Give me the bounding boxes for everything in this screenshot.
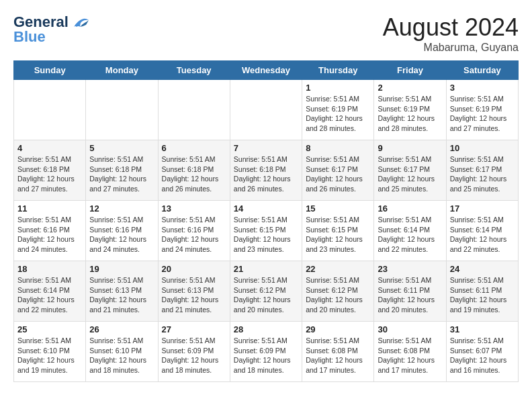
calendar-cell: 2Sunrise: 5:51 AM Sunset: 6:19 PM Daylig… — [374, 80, 446, 140]
header-thursday: Thursday — [302, 61, 374, 80]
calendar-cell: 12Sunrise: 5:51 AM Sunset: 6:16 PM Dayli… — [86, 201, 158, 261]
calendar-cell: 23Sunrise: 5:51 AM Sunset: 6:11 PM Dayli… — [374, 261, 446, 322]
week-row-1: 1Sunrise: 5:51 AM Sunset: 6:19 PM Daylig… — [14, 80, 519, 140]
page-header: General Blue August 2024 Mabaruma, Guyan… — [13, 13, 519, 54]
calendar-cell: 14Sunrise: 5:51 AM Sunset: 6:15 PM Dayli… — [230, 201, 302, 261]
week-row-3: 11Sunrise: 5:51 AM Sunset: 6:16 PM Dayli… — [14, 201, 519, 261]
calendar-cell: 21Sunrise: 5:51 AM Sunset: 6:12 PM Dayli… — [230, 261, 302, 322]
day-number: 21 — [234, 264, 298, 274]
calendar-cell: 28Sunrise: 5:51 AM Sunset: 6:09 PM Dayli… — [230, 322, 302, 382]
week-row-5: 25Sunrise: 5:51 AM Sunset: 6:10 PM Dayli… — [14, 322, 519, 382]
day-number: 9 — [378, 143, 442, 153]
day-number: 14 — [234, 203, 298, 214]
day-number: 19 — [89, 264, 154, 274]
calendar-cell: 3Sunrise: 5:51 AM Sunset: 6:19 PM Daylig… — [446, 80, 518, 140]
day-info: Sunrise: 5:51 AM Sunset: 6:15 PM Dayligh… — [234, 215, 298, 255]
week-row-2: 4Sunrise: 5:51 AM Sunset: 6:18 PM Daylig… — [14, 140, 519, 201]
calendar-cell: 5Sunrise: 5:51 AM Sunset: 6:18 PM Daylig… — [86, 140, 158, 201]
day-number: 2 — [378, 83, 442, 93]
day-number: 31 — [450, 324, 515, 334]
day-info: Sunrise: 5:51 AM Sunset: 6:14 PM Dayligh… — [17, 275, 82, 315]
calendar-table: SundayMondayTuesdayWednesdayThursdayFrid… — [13, 60, 519, 382]
location-subtitle: Mabaruma, Guyana — [383, 42, 519, 54]
calendar-cell: 10Sunrise: 5:51 AM Sunset: 6:17 PM Dayli… — [446, 140, 518, 201]
calendar-cell: 26Sunrise: 5:51 AM Sunset: 6:10 PM Dayli… — [86, 322, 158, 382]
day-number: 28 — [234, 324, 298, 334]
day-number: 17 — [450, 203, 515, 214]
day-number: 7 — [234, 143, 298, 153]
calendar-cell: 8Sunrise: 5:51 AM Sunset: 6:17 PM Daylig… — [302, 140, 374, 201]
day-number: 30 — [378, 324, 442, 334]
calendar-cell: 4Sunrise: 5:51 AM Sunset: 6:18 PM Daylig… — [14, 140, 86, 201]
day-info: Sunrise: 5:51 AM Sunset: 6:14 PM Dayligh… — [450, 215, 515, 255]
day-info: Sunrise: 5:51 AM Sunset: 6:09 PM Dayligh… — [162, 336, 226, 375]
day-info: Sunrise: 5:51 AM Sunset: 6:07 PM Dayligh… — [450, 336, 515, 375]
day-info: Sunrise: 5:51 AM Sunset: 6:13 PM Dayligh… — [162, 275, 226, 315]
calendar-cell: 15Sunrise: 5:51 AM Sunset: 6:15 PM Dayli… — [302, 201, 374, 261]
day-info: Sunrise: 5:51 AM Sunset: 6:16 PM Dayligh… — [162, 215, 226, 255]
calendar-cell: 7Sunrise: 5:51 AM Sunset: 6:18 PM Daylig… — [230, 140, 302, 201]
calendar-cell: 30Sunrise: 5:51 AM Sunset: 6:08 PM Dayli… — [374, 322, 446, 382]
calendar-cell: 17Sunrise: 5:51 AM Sunset: 6:14 PM Dayli… — [446, 201, 518, 261]
title-block: August 2024 Mabaruma, Guyana — [383, 13, 519, 54]
calendar-cell: 19Sunrise: 5:51 AM Sunset: 6:13 PM Dayli… — [86, 261, 158, 322]
day-number: 25 — [17, 324, 82, 334]
day-info: Sunrise: 5:51 AM Sunset: 6:08 PM Dayligh… — [306, 336, 370, 375]
day-info: Sunrise: 5:51 AM Sunset: 6:19 PM Dayligh… — [450, 94, 515, 134]
header-wednesday: Wednesday — [230, 61, 302, 80]
day-info: Sunrise: 5:51 AM Sunset: 6:12 PM Dayligh… — [306, 275, 370, 315]
day-number: 29 — [306, 324, 370, 334]
day-info: Sunrise: 5:51 AM Sunset: 6:14 PM Dayligh… — [378, 215, 442, 255]
logo-blue: Blue — [13, 28, 46, 46]
day-info: Sunrise: 5:51 AM Sunset: 6:13 PM Dayligh… — [89, 275, 154, 315]
header-monday: Monday — [86, 61, 158, 80]
calendar-cell: 11Sunrise: 5:51 AM Sunset: 6:16 PM Dayli… — [14, 201, 86, 261]
day-number: 12 — [89, 203, 154, 214]
day-info: Sunrise: 5:51 AM Sunset: 6:17 PM Dayligh… — [450, 154, 515, 194]
day-info: Sunrise: 5:51 AM Sunset: 6:19 PM Dayligh… — [306, 94, 370, 134]
calendar-cell: 9Sunrise: 5:51 AM Sunset: 6:17 PM Daylig… — [374, 140, 446, 201]
day-number: 23 — [378, 264, 442, 274]
day-info: Sunrise: 5:51 AM Sunset: 6:12 PM Dayligh… — [234, 275, 298, 315]
day-number: 1 — [306, 83, 370, 93]
day-number: 18 — [17, 264, 82, 274]
day-info: Sunrise: 5:51 AM Sunset: 6:08 PM Dayligh… — [378, 336, 442, 375]
calendar-cell: 25Sunrise: 5:51 AM Sunset: 6:10 PM Dayli… — [14, 322, 86, 382]
day-number: 22 — [306, 264, 370, 274]
logo-bird-icon — [71, 15, 90, 30]
day-info: Sunrise: 5:51 AM Sunset: 6:11 PM Dayligh… — [378, 275, 442, 315]
calendar-cell: 24Sunrise: 5:51 AM Sunset: 6:11 PM Dayli… — [446, 261, 518, 322]
day-info: Sunrise: 5:51 AM Sunset: 6:18 PM Dayligh… — [162, 154, 226, 194]
day-info: Sunrise: 5:51 AM Sunset: 6:18 PM Dayligh… — [17, 154, 82, 194]
calendar-header-row: SundayMondayTuesdayWednesdayThursdayFrid… — [14, 61, 519, 80]
calendar-cell: 1Sunrise: 5:51 AM Sunset: 6:19 PM Daylig… — [302, 80, 374, 140]
day-info: Sunrise: 5:51 AM Sunset: 6:15 PM Dayligh… — [306, 215, 370, 255]
day-number: 4 — [17, 143, 82, 153]
day-number: 16 — [378, 203, 442, 214]
day-number: 5 — [89, 143, 154, 153]
day-info: Sunrise: 5:51 AM Sunset: 6:18 PM Dayligh… — [89, 154, 154, 194]
day-number: 15 — [306, 203, 370, 214]
day-number: 27 — [162, 324, 226, 334]
calendar-cell: 29Sunrise: 5:51 AM Sunset: 6:08 PM Dayli… — [302, 322, 374, 382]
header-friday: Friday — [374, 61, 446, 80]
calendar-cell: 6Sunrise: 5:51 AM Sunset: 6:18 PM Daylig… — [158, 140, 230, 201]
day-info: Sunrise: 5:51 AM Sunset: 6:11 PM Dayligh… — [450, 275, 515, 315]
day-number: 20 — [162, 264, 226, 274]
calendar-cell: 22Sunrise: 5:51 AM Sunset: 6:12 PM Dayli… — [302, 261, 374, 322]
day-number: 13 — [162, 203, 226, 214]
day-number: 10 — [450, 143, 515, 153]
calendar-cell — [86, 80, 158, 140]
day-info: Sunrise: 5:51 AM Sunset: 6:09 PM Dayligh… — [234, 336, 298, 375]
calendar-cell: 18Sunrise: 5:51 AM Sunset: 6:14 PM Dayli… — [14, 261, 86, 322]
day-info: Sunrise: 5:51 AM Sunset: 6:18 PM Dayligh… — [234, 154, 298, 194]
calendar-cell — [14, 80, 86, 140]
calendar-cell — [230, 80, 302, 140]
day-info: Sunrise: 5:51 AM Sunset: 6:17 PM Dayligh… — [378, 154, 442, 194]
day-number: 11 — [17, 203, 82, 214]
day-info: Sunrise: 5:51 AM Sunset: 6:16 PM Dayligh… — [89, 215, 154, 255]
logo: General Blue — [13, 13, 90, 46]
calendar-cell — [158, 80, 230, 140]
day-info: Sunrise: 5:51 AM Sunset: 6:10 PM Dayligh… — [89, 336, 154, 375]
header-tuesday: Tuesday — [158, 61, 230, 80]
